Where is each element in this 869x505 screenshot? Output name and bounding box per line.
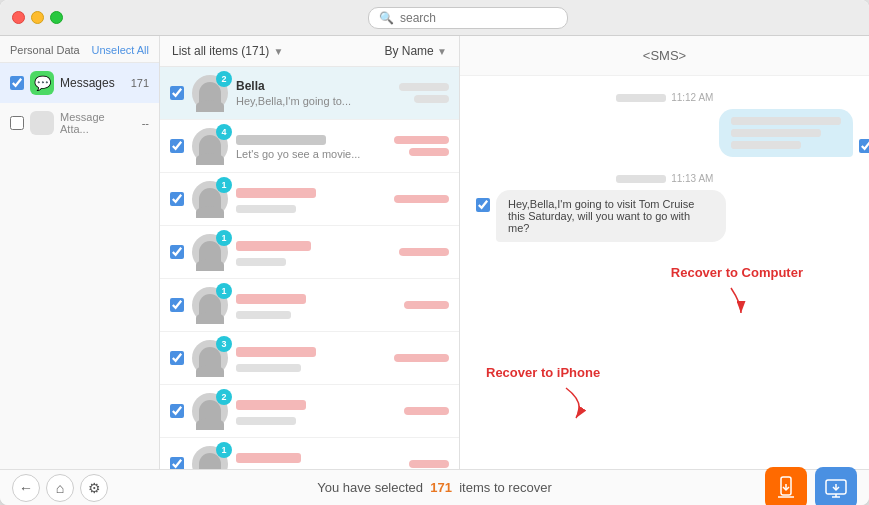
recover-buttons xyxy=(765,467,857,506)
sort-dropdown-arrow: ▼ xyxy=(437,46,447,57)
search-input[interactable] xyxy=(400,11,550,25)
list-item-name xyxy=(236,238,391,252)
item-checkbox[interactable] xyxy=(170,245,184,259)
settings-button[interactable]: ⚙ xyxy=(80,474,108,502)
main-window: 🔍 Personal Data Unselect All Messages 17… xyxy=(0,0,869,505)
list-item-content xyxy=(236,291,396,320)
item-checkbox[interactable] xyxy=(170,404,184,418)
close-button[interactable] xyxy=(12,11,25,24)
list-item[interactable]: 1 xyxy=(160,438,459,469)
list-item[interactable]: 3 xyxy=(160,332,459,385)
sort-label: By Name xyxy=(384,44,433,58)
list-item-name xyxy=(236,185,386,199)
home-button[interactable]: ⌂ xyxy=(46,474,74,502)
avatar: 4 xyxy=(192,128,228,164)
meta-blurred xyxy=(409,460,449,468)
list-item-meta xyxy=(399,248,449,256)
message-checkbox[interactable] xyxy=(476,198,490,212)
messages-checkbox[interactable] xyxy=(10,76,24,90)
avatar-badge: 1 xyxy=(216,230,232,246)
arrow-labels-region: Recover to iPhone Recover to Computer xyxy=(476,258,853,453)
avatar-badge: 1 xyxy=(216,442,232,458)
list-item-name xyxy=(236,344,386,358)
meta-blurred xyxy=(394,195,449,203)
message-row: 11:12 AM xyxy=(476,92,853,161)
recover-to-computer-button[interactable] xyxy=(815,467,857,506)
list-item-preview: Hey,Bella,I'm going to... xyxy=(236,95,391,107)
list-item[interactable]: 1 xyxy=(160,226,459,279)
sidebar-item-attachments[interactable]: Message Atta... -- xyxy=(0,103,159,143)
list-panel: List all items (171) ▼ By Name ▼ 2 xyxy=(160,36,460,469)
recover-computer-arrow-label: Recover to Computer xyxy=(671,263,803,318)
status-suffix: items to recover xyxy=(459,480,551,495)
messages-label: Messages xyxy=(60,76,125,90)
list-item-content: Let's go yo see a movie... xyxy=(236,132,386,160)
list-item-content xyxy=(236,344,386,373)
avatar: 1 xyxy=(192,287,228,323)
list-item-name: Bella xyxy=(236,79,391,93)
item-checkbox[interactable] xyxy=(170,298,184,312)
messages-icon xyxy=(30,71,54,95)
message-checkbox[interactable] xyxy=(859,139,869,153)
item-checkbox[interactable] xyxy=(170,351,184,365)
item-checkbox[interactable] xyxy=(170,139,184,153)
list-item-meta xyxy=(394,354,449,362)
list-item-name xyxy=(236,450,401,464)
list-item-preview: Let's go yo see a movie... xyxy=(236,148,386,160)
sms-label: <SMS> xyxy=(643,48,686,63)
recover-iphone-arrow-label: Recover to iPhone xyxy=(486,363,600,423)
item-checkbox[interactable] xyxy=(170,457,184,469)
avatar: 3 xyxy=(192,340,228,376)
meta-blurred-2 xyxy=(409,148,449,156)
message-time: 11:13 AM xyxy=(476,173,853,184)
message-time: 11:12 AM xyxy=(476,92,853,103)
list-item-content xyxy=(236,397,396,426)
list-item-content xyxy=(236,450,401,469)
nav-buttons: ← ⌂ ⚙ xyxy=(12,474,108,502)
list-all-items[interactable]: List all items (171) ▼ xyxy=(172,44,283,58)
status-count: 171 xyxy=(430,480,452,495)
list-item-content xyxy=(236,185,386,214)
list-items: 2 Bella Hey,Bella,I'm going to... xyxy=(160,67,459,469)
unselect-all-button[interactable]: Unselect All xyxy=(92,44,149,56)
avatar: 1 xyxy=(192,181,228,217)
meta-blurred xyxy=(404,301,449,309)
list-item[interactable]: 1 xyxy=(160,279,459,332)
list-item[interactable]: 4 Let's go yo see a movie... xyxy=(160,120,459,173)
list-item-meta xyxy=(399,83,449,103)
back-button[interactable]: ← xyxy=(12,474,40,502)
messages-count: 171 xyxy=(131,77,149,89)
minimize-button[interactable] xyxy=(31,11,44,24)
maximize-button[interactable] xyxy=(50,11,63,24)
meta-blurred-2 xyxy=(414,95,449,103)
sort-by[interactable]: By Name ▼ xyxy=(384,44,447,58)
meta-blurred xyxy=(404,407,449,415)
list-item[interactable]: 2 Bella Hey,Bella,I'm going to... xyxy=(160,67,459,120)
sidebar-header: Personal Data Unselect All xyxy=(0,36,159,63)
item-checkbox[interactable] xyxy=(170,86,184,100)
avatar: 1 xyxy=(192,234,228,270)
avatar: 2 xyxy=(192,393,228,429)
list-item-meta xyxy=(394,136,449,156)
list-item[interactable]: 1 xyxy=(160,173,459,226)
traffic-lights xyxy=(12,11,63,24)
recover-to-iphone-button[interactable] xyxy=(765,467,807,506)
sidebar-item-messages[interactable]: Messages 171 xyxy=(0,63,159,103)
list-item-meta xyxy=(404,301,449,309)
search-bar[interactable]: 🔍 xyxy=(368,7,568,29)
list-item-preview xyxy=(236,307,396,320)
list-item[interactable]: 2 xyxy=(160,385,459,438)
avatar-badge: 4 xyxy=(216,124,232,140)
list-item-meta xyxy=(394,195,449,203)
attachment-icon xyxy=(30,111,54,135)
main-content: Personal Data Unselect All Messages 171 … xyxy=(0,36,869,469)
item-checkbox[interactable] xyxy=(170,192,184,206)
avatar-badge: 1 xyxy=(216,283,232,299)
list-item-name xyxy=(236,397,396,411)
avatar: 2 xyxy=(192,75,228,111)
list-item-content xyxy=(236,238,391,267)
meta-blurred xyxy=(394,354,449,362)
attachments-checkbox[interactable] xyxy=(10,116,24,130)
avatar-badge: 3 xyxy=(216,336,232,352)
personal-data-label: Personal Data xyxy=(10,44,80,56)
